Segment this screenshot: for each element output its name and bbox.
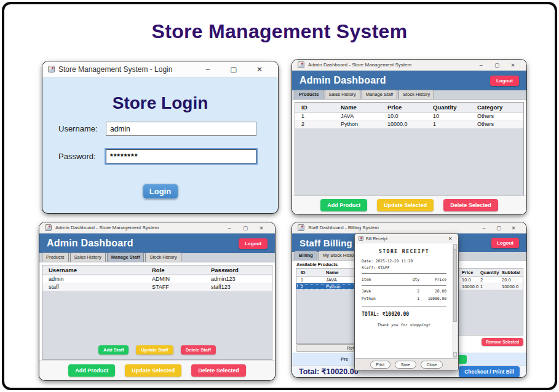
- maximize-icon[interactable]: ▢: [221, 65, 247, 74]
- staff-table-header: Username Role Password: [42, 265, 272, 275]
- minimize-icon[interactable]: –: [221, 225, 237, 231]
- maximize-icon[interactable]: ▢: [237, 225, 253, 231]
- total-label: Total: ₹10020.00: [299, 367, 359, 376]
- delete-selected-button[interactable]: Delete Selected: [443, 199, 498, 211]
- checkout-print-bill-button[interactable]: Checkout / Print Bill: [459, 366, 520, 377]
- save-button[interactable]: Save: [395, 361, 416, 369]
- update-selected-button[interactable]: Update Selected: [125, 364, 181, 377]
- login-titlebar[interactable]: Store Management System - Login – ▢ ✕: [42, 61, 278, 77]
- tab-sales-history[interactable]: Sales History: [70, 253, 106, 262]
- username-field[interactable]: [106, 122, 256, 136]
- minimize-icon[interactable]: –: [477, 225, 491, 231]
- delete-selected-button[interactable]: Delete Selected: [191, 364, 246, 377]
- table-row[interactable]: 2 Python 10000.0 1 Others: [295, 120, 523, 128]
- receipt-titlebar[interactable]: Bill Receipt ✕: [355, 234, 458, 243]
- update-staff-button[interactable]: Update Staff: [136, 345, 173, 355]
- staffmgmt-tabstrip: Products Sales History Manage Staff Stoc…: [39, 253, 275, 262]
- minimize-icon[interactable]: –: [473, 62, 489, 68]
- tab-stock-history[interactable]: Stock History: [398, 90, 434, 99]
- receipt-divider: [362, 273, 446, 274]
- col-name: Name: [341, 104, 387, 111]
- app-icon: [45, 224, 52, 231]
- tab-products[interactable]: Products: [295, 90, 323, 99]
- products-button-bar: Add Product Update Selected Delete Selec…: [292, 195, 526, 214]
- col-quantity: Quantity: [433, 104, 477, 111]
- app-icon: [359, 236, 363, 241]
- col-category: Category: [477, 104, 523, 111]
- login-window: Store Management System - Login – ▢ ✕ St…: [42, 61, 278, 213]
- scrollbar[interactable]: [453, 244, 458, 358]
- app-icon: [298, 61, 304, 68]
- staff-table: Username Role Password admin ADMIN admin…: [42, 265, 272, 360]
- password-field[interactable]: [106, 149, 256, 163]
- receipt-heading: STORE RECEIPT: [362, 249, 446, 254]
- tab-manage-staff[interactable]: Manage Staff: [107, 253, 145, 262]
- admin-staff-window: Admin Dashboard - Store Management Syste…: [39, 222, 275, 380]
- products-header-title: Admin Dashboard: [299, 75, 386, 86]
- admin-products-window: Admin Dashboard - Store Management Syste…: [292, 60, 526, 214]
- col-role: Role: [152, 267, 211, 273]
- login-button[interactable]: Login: [143, 184, 178, 199]
- table-row[interactable]: staff STAFF staff123: [42, 283, 272, 291]
- staffmgmt-button-bar: Add Product Update Selected Delete Selec…: [39, 360, 275, 380]
- delete-staff-button[interactable]: Delete Staff: [181, 345, 216, 355]
- update-selected-button[interactable]: Update Selected: [377, 199, 434, 211]
- col-username: Username: [42, 267, 152, 273]
- receipt-staff: Staff: STAFF: [362, 265, 446, 270]
- products-titlebar[interactable]: Admin Dashboard - Store Management Syste…: [292, 60, 526, 71]
- app-icon: [298, 224, 304, 231]
- receipt-date: Date: 2025-12-29 11:28: [362, 259, 446, 263]
- add-product-button[interactable]: Add Product: [320, 199, 367, 211]
- receipt-button-bar: Print Save Close: [355, 358, 458, 370]
- scroll-up-icon[interactable]: [453, 245, 457, 249]
- close-button[interactable]: Close: [421, 361, 443, 369]
- add-staff-button[interactable]: Add Staff: [98, 345, 129, 355]
- products-tabstrip: Products Sales History Manage Staff Stoc…: [292, 90, 526, 100]
- table-row[interactable]: 1 JAVA 10.0 10 Others: [295, 112, 523, 120]
- col-id: ID: [296, 270, 326, 275]
- receipt-dialog-title: Bill Receipt: [366, 237, 387, 241]
- receipt-columns-header: Item Qty Price: [362, 277, 446, 281]
- products-header: Admin Dashboard Logout: [292, 71, 526, 90]
- remove-selected-button[interactable]: Remove Selected: [482, 338, 523, 346]
- table-row[interactable]: admin ADMIN admin123: [42, 275, 272, 283]
- maximize-icon[interactable]: ▢: [489, 62, 505, 68]
- staffmgmt-titlebar[interactable]: Admin Dashboard - Store Management Syste…: [39, 222, 275, 233]
- tab-manage-staff[interactable]: Manage Staff: [362, 90, 397, 99]
- close-icon[interactable]: ✕: [446, 236, 454, 241]
- receipt-line-item: Python 1 10000.00: [362, 296, 446, 300]
- products-table-header: ID Name Price Quantity Category: [295, 103, 523, 112]
- logout-button[interactable]: Logout: [490, 76, 519, 86]
- tab-products[interactable]: Products: [42, 253, 69, 262]
- close-icon[interactable]: ✕: [247, 65, 272, 74]
- add-to-cart-button[interactable]: [457, 355, 467, 364]
- username-label: Username:: [58, 124, 98, 133]
- products-table: ID Name Price Quantity Category 1 JAVA 1…: [295, 102, 524, 195]
- receipt-body: STORE RECEIPT Date: 2025-12-29 11:28 Sta…: [355, 243, 453, 358]
- close-icon[interactable]: ✕: [253, 225, 269, 231]
- col-quantity: Quantity: [480, 270, 502, 275]
- page-title: Store Management System: [4, 20, 555, 43]
- password-row: Password:: [58, 152, 96, 161]
- logout-button[interactable]: Logout: [239, 238, 268, 249]
- minimize-icon[interactable]: –: [195, 65, 221, 74]
- col-id: ID: [295, 104, 341, 111]
- print-button[interactable]: Print: [370, 361, 391, 369]
- password-label: Password:: [58, 152, 96, 161]
- staff-button-row: Add Staff Update Staff Delete Staff: [42, 345, 272, 355]
- app-icon: [48, 66, 55, 73]
- add-product-button[interactable]: Add Product: [68, 364, 115, 377]
- maximize-icon[interactable]: ▢: [491, 225, 506, 231]
- partial-hidden-label: Pre: [341, 356, 348, 362]
- scrollbar-thumb[interactable]: [453, 249, 457, 322]
- scroll-down-icon[interactable]: [453, 352, 457, 357]
- close-icon[interactable]: ✕: [506, 225, 521, 231]
- tab-stock-history[interactable]: Stock History: [145, 253, 181, 262]
- close-icon[interactable]: ✕: [505, 62, 521, 68]
- receipt-total: TOTAL: ₹10020.00: [362, 312, 446, 317]
- tab-sales-history[interactable]: Sales History: [325, 90, 360, 99]
- tab-billing[interactable]: Billing: [295, 251, 317, 260]
- login-heading: Store Login: [42, 93, 278, 113]
- logout-button[interactable]: Logout: [491, 238, 519, 248]
- billing-titlebar[interactable]: Staff Dashboard - Billing System – ▢ ✕: [292, 222, 526, 233]
